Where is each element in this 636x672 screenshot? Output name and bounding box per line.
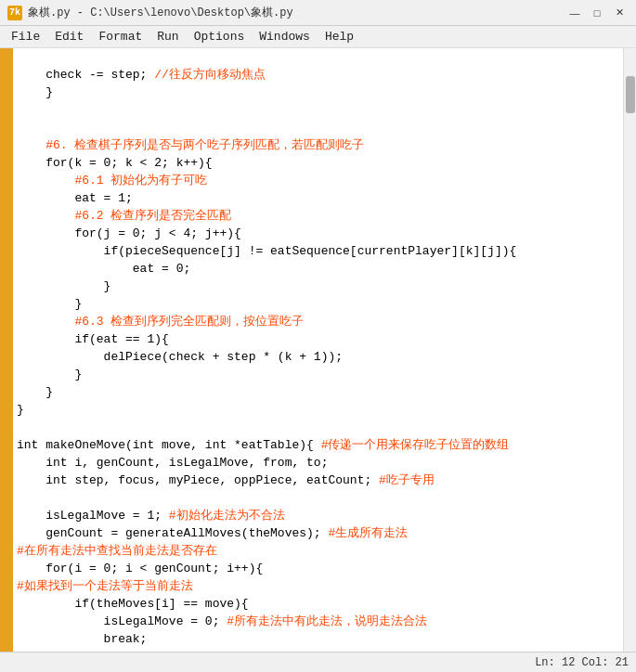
menu-options[interactable]: Options <box>187 28 253 45</box>
window-controls: — □ ✕ <box>565 4 629 22</box>
editor-container: check -= step; //往反方向移动焦点 } #6. 检查棋子序列是否… <box>0 48 636 652</box>
menu-help[interactable]: Help <box>318 28 361 45</box>
maximize-button[interactable]: □ <box>588 4 606 22</box>
statusbar: Ln: 12 Col: 21 <box>0 652 636 672</box>
code-area[interactable]: check -= step; //往反方向移动焦点 } #6. 检查棋子序列是否… <box>13 48 623 652</box>
code-content: check -= step; //往反方向移动焦点 } #6. 检查棋子序列是否… <box>17 48 619 652</box>
app-icon: 7k <box>7 6 22 20</box>
close-button[interactable]: ✕ <box>610 4 629 22</box>
menu-edit[interactable]: Edit <box>47 28 91 45</box>
menu-run[interactable]: Run <box>149 28 186 45</box>
window-title: 象棋.py - C:\Users\lenovo\Desktop\象棋.py <box>28 5 565 20</box>
menu-file[interactable]: File <box>4 28 47 45</box>
editor-gutter <box>0 48 13 652</box>
titlebar: 7k 象棋.py - C:\Users\lenovo\Desktop\象棋.py… <box>0 0 636 26</box>
menu-windows[interactable]: Windows <box>252 28 318 45</box>
menu-format[interactable]: Format <box>91 28 149 45</box>
scrollbar-thumb[interactable] <box>626 76 635 113</box>
scrollbar[interactable] <box>623 48 636 652</box>
cursor-position: Ln: 12 Col: 21 <box>535 656 629 669</box>
menubar: File Edit Format Run Options Windows Hel… <box>0 26 636 48</box>
minimize-button[interactable]: — <box>565 4 584 22</box>
